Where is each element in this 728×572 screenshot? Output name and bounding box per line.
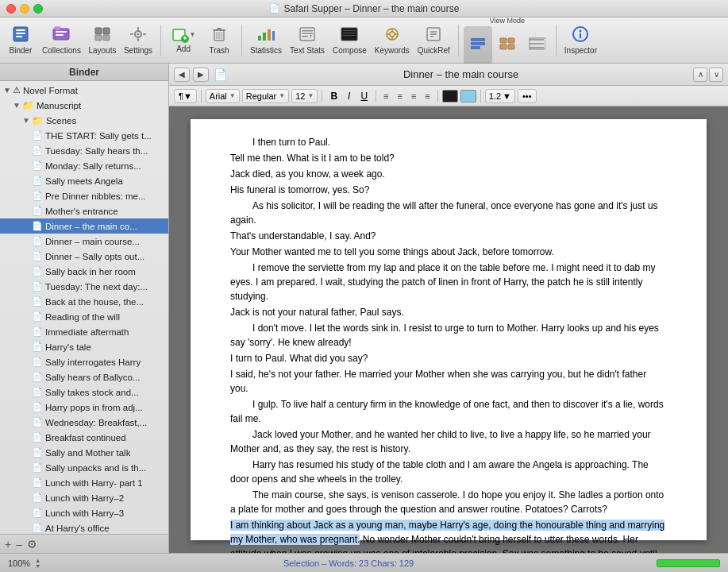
statistics-button[interactable]: Statistics <box>247 21 285 60</box>
svg-rect-38 <box>343 30 356 31</box>
maximize-button[interactable] <box>33 4 43 14</box>
sidebar-item-sally-meets[interactable]: 📄Sally meets Angela <box>0 173 168 188</box>
svg-rect-17 <box>143 33 146 35</box>
close-button[interactable] <box>6 4 16 14</box>
inspector-button[interactable]: Inspector <box>561 21 600 60</box>
sidebar-item-harry-pops-in[interactable]: 📄Harry pops in from adj... <box>0 400 168 415</box>
sidebar-item-tuesday-next[interactable]: 📄Tuesday: The next day:... <box>0 279 168 294</box>
line-spacing-dropdown[interactable]: 1.2 ▼ <box>485 89 515 103</box>
svg-rect-16 <box>130 33 133 35</box>
remove-item-button[interactable]: – <box>16 538 22 551</box>
sidebar-item-at-harrys-office[interactable]: 📄At Harry's office <box>0 520 168 534</box>
sidebar-item-tuesday-hears[interactable]: 📄Tuesday: Sally hears th... <box>0 143 168 158</box>
text-color-box[interactable] <box>442 90 458 102</box>
traffic-lights[interactable] <box>6 4 43 14</box>
paragraph-button[interactable]: ¶▼ <box>174 89 197 103</box>
doc-icon: 📄 <box>32 372 43 382</box>
underline-button[interactable]: U <box>356 89 372 103</box>
minimize-button[interactable] <box>20 4 29 14</box>
doc-icon: 📄 <box>32 130 43 141</box>
sidebar-item-the-start[interactable]: 📄THE START: Sally gets t... <box>0 128 168 143</box>
paragraph: I gulp. To live half a century firm in t… <box>230 397 667 426</box>
font-size-dropdown[interactable]: 12 ▼ <box>291 89 318 103</box>
sidebar-item-dinner-sally-opts[interactable]: 📄Dinner – Sally opts out... <box>0 249 168 264</box>
zoom-stepper[interactable]: ▲ ▼ <box>35 558 40 569</box>
sidebar-item-wednesday-breakfast[interactable]: 📄Wednesday: Breakfast,... <box>0 415 168 430</box>
status-bar: 100% ▲ ▼ Selection – Words: 23 Chars: 12… <box>0 553 728 572</box>
collapse-down-button[interactable]: ∨ <box>709 68 723 82</box>
toolbar-group-left: Binder Collections <box>3 21 156 60</box>
item-label: Lunch with Harry–2 <box>45 493 124 503</box>
quickref-button[interactable]: QuickRef <box>414 21 453 60</box>
svg-rect-64 <box>580 33 581 38</box>
sidebar-item-sally-unpacks[interactable]: 📄Sally unpacks and is th... <box>0 460 168 475</box>
trash-button[interactable]: Trash <box>202 21 237 60</box>
align-left-button[interactable]: ≡ <box>380 89 391 103</box>
add-button[interactable]: ▼ Add <box>166 21 201 60</box>
item-label: Harry pops in from adj... <box>45 403 143 412</box>
svg-rect-39 <box>343 33 356 33</box>
sidebar-item-lunch-harry-1[interactable]: 📄Lunch with Harry- part 1 <box>0 475 168 490</box>
keywords-icon <box>383 26 401 44</box>
sidebar-item-sally-hears[interactable]: 📄Sally hears of Ballyco... <box>0 369 168 385</box>
sidebar-item-lunch-harry-2[interactable]: 📄Lunch with Harry–2 <box>0 490 168 505</box>
view-mode-group: View Mode <box>464 17 551 64</box>
editor-content[interactable]: I then turn to Paul.Tell me then. What i… <box>169 106 728 553</box>
sidebar-item-dinner-main[interactable]: 📄Dinner – the main co... <box>0 218 168 234</box>
collapse-up-button[interactable]: ∧ <box>693 68 707 82</box>
sidebar-item-scenes[interactable]: ▼📁Scenes <box>0 113 168 128</box>
svg-rect-30 <box>268 29 271 41</box>
sidebar-item-mothers-entrance[interactable]: 📄Mother's entrance <box>0 203 168 218</box>
collections-button[interactable]: Collections <box>39 21 84 60</box>
nav-back-button[interactable]: ◀ <box>174 68 190 82</box>
doc-icon: 📄 <box>32 357 43 367</box>
align-right-button[interactable]: ≡ <box>408 89 419 103</box>
sidebar-item-novel-format[interactable]: ▼⚠Novel Format <box>0 83 168 98</box>
gear-button[interactable]: ⚙ <box>27 538 37 551</box>
view-mode-outline[interactable] <box>522 26 551 64</box>
sidebar-item-back-at-house[interactable]: 📄Back at the house, the... <box>0 294 168 309</box>
sidebar-item-immediate-aftermath[interactable]: 📄Immediate aftermath <box>0 324 168 339</box>
more-options-button[interactable]: ••• <box>518 89 537 103</box>
sidebar-item-sally-mother-talk[interactable]: 📄Sally and Mother talk <box>0 445 168 460</box>
item-label: Manuscript <box>37 101 81 110</box>
svg-rect-9 <box>103 28 110 34</box>
align-center-button[interactable]: ≡ <box>394 89 405 103</box>
sidebar-item-lunch-harry-3[interactable]: 📄Lunch with Harry–3 <box>0 505 168 520</box>
sidebar-item-manuscript[interactable]: ▼📁Manuscript <box>0 98 168 113</box>
paragraph: I then turn to Paul. <box>230 135 667 149</box>
italic-button[interactable]: I <box>344 89 354 103</box>
layouts-button[interactable]: Layouts <box>85 21 120 60</box>
sidebar-item-breakfast-continued[interactable]: 📄Breakfast continued <box>0 430 168 445</box>
sidebar-item-dinner-main-course[interactable]: 📄Dinner – main course... <box>0 234 168 249</box>
editor-toolbar: ◀ ▶ 📄 Dinner – the main course ∧ ∨ <box>169 64 728 86</box>
sidebar-item-pre-dinner[interactable]: 📄Pre Dinner nibbles: me... <box>0 188 168 203</box>
sidebar-item-harrys-tale[interactable]: 📄Harry's tale <box>0 339 168 354</box>
compose-button[interactable]: Compose <box>329 21 370 60</box>
view-mode-scrivenings[interactable] <box>464 26 492 64</box>
binder-button[interactable]: Binder <box>3 21 38 60</box>
svg-rect-24 <box>217 28 221 29</box>
font-style-dropdown[interactable]: Regular ▼ <box>242 89 289 103</box>
sidebar-item-reading-of-will[interactable]: 📄Reading of the will <box>0 309 168 324</box>
sidebar-item-sally-interrogates[interactable]: 📄Sally interrogates Harry <box>0 354 168 369</box>
sidebar-item-sally-back[interactable]: 📄Sally back in her room <box>0 264 168 279</box>
textstats-button[interactable]: T Text Stats <box>287 21 328 60</box>
doc-icon: 📄 <box>32 493 43 503</box>
folder-arrow-icon: ▼ <box>13 101 21 110</box>
sidebar-item-sally-takes-stock[interactable]: 📄Sally takes stock and... <box>0 385 168 400</box>
paragraph: The main course, she says, is venison ca… <box>230 488 667 516</box>
keywords-button[interactable]: Keywords <box>372 21 413 60</box>
highlight-color-box[interactable] <box>460 90 476 102</box>
sidebar-item-monday-returns[interactable]: 📄Monday: Sally returns... <box>0 158 168 173</box>
paragraph: I don't move. I let the words sink in. I… <box>230 321 667 350</box>
item-label: Dinner – Sally opts out... <box>45 252 144 261</box>
nav-forward-button[interactable]: ▶ <box>193 68 209 82</box>
add-item-button[interactable]: + <box>5 538 11 551</box>
svg-rect-40 <box>343 35 356 36</box>
view-mode-corkboard[interactable] <box>493 26 522 64</box>
font-name-dropdown[interactable]: Arial ▼ <box>206 89 240 103</box>
bold-button[interactable]: B <box>326 89 341 103</box>
settings-button[interactable]: Settings <box>121 21 156 60</box>
align-justify-button[interactable]: ≡ <box>422 89 433 103</box>
